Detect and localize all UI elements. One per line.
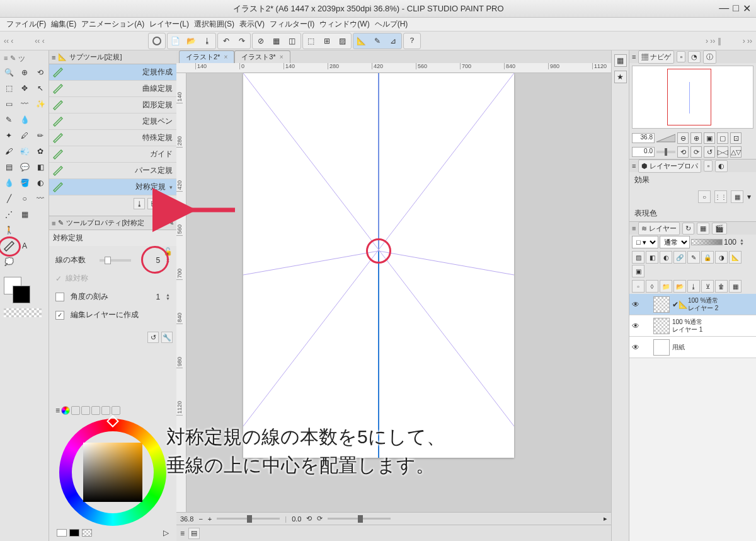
subtool-item[interactable]: 特殊定規 (49, 130, 176, 146)
document-tab-1[interactable]: イラスト2* × (179, 50, 234, 63)
subview-tab[interactable]: ▫ (677, 51, 685, 62)
menu-animation[interactable]: アニメーション(A) (81, 19, 144, 30)
menu-file[interactable]: ファイル(F) (6, 19, 46, 30)
tone-effect-icon[interactable]: ⋮⋮ (714, 190, 727, 203)
panel-menu-icon[interactable]: ≡ (632, 224, 636, 232)
menu-layer[interactable]: レイヤー(L) (149, 19, 189, 30)
canvas-page[interactable] (243, 73, 514, 458)
nav-zoom-slider[interactable] (656, 133, 675, 143)
nav-flip-h-icon[interactable]: ▷◁ (717, 146, 728, 158)
info-tab[interactable]: ◔ (688, 51, 701, 63)
menu-view[interactable]: 表示(V) (239, 19, 265, 30)
snap-ruler-icon[interactable]: 📐 (354, 34, 369, 48)
object-tool[interactable]: ⬚ (1, 81, 16, 96)
nav-zoom-out-icon[interactable]: ⊖ (677, 132, 689, 144)
ruler-visible-icon[interactable]: 📐 (729, 251, 742, 264)
rotation-slider[interactable] (328, 518, 391, 520)
subtool-import-button[interactable]: ⭳ (134, 198, 145, 209)
zoom-out-icon[interactable]: − (198, 515, 202, 523)
navigator-tab[interactable]: ▦ ナビゲ (638, 50, 674, 64)
subtool-item[interactable]: ガイド (49, 146, 176, 163)
balloon-tool[interactable]: 💬 (17, 160, 32, 175)
panel-menu-icon[interactable]: ≡ (632, 162, 636, 170)
subtool-item[interactable]: 対称定規 ▾ (49, 179, 176, 195)
layer-visibility-icon[interactable]: 👁 (629, 300, 642, 309)
panel-menu-icon[interactable]: ≡ (632, 53, 636, 61)
save-icon[interactable]: ⭳ (200, 34, 215, 48)
add-folder-icon[interactable]: 📂 (673, 280, 686, 293)
eraser-tool[interactable]: ◧ (33, 160, 48, 175)
pencil-tool[interactable]: ✏ (33, 128, 48, 143)
light-table-tool[interactable]: ✦ (1, 128, 16, 143)
menu-select[interactable]: 選択範囲(S) (194, 19, 234, 30)
transfer-down-icon[interactable]: ⭳ (687, 280, 700, 293)
correct-line-tool[interactable]: 〰 (33, 191, 48, 206)
layer-property-tab[interactable]: ⬢ レイヤープロパ (638, 160, 701, 173)
draft-icon[interactable]: ✎ (687, 251, 700, 264)
lock-icon[interactable]: 🔒 (701, 251, 714, 264)
lock-trans-icon[interactable]: ▨ (632, 251, 644, 264)
airbrush-tool[interactable]: 💨 (17, 144, 32, 159)
subtool-item[interactable]: 曲線定規 (49, 81, 176, 97)
minimize-button[interactable]: — (719, 3, 729, 15)
play-icon[interactable]: ▷ (163, 528, 169, 537)
decoration-tool[interactable]: ✿ (33, 144, 48, 159)
clipstudio-icon[interactable] (149, 34, 164, 48)
layer-name-label[interactable]: 用紙 (672, 344, 756, 351)
angle-step-checkbox[interactable] (55, 293, 64, 301)
brush-tool[interactable]: 🖌 (1, 144, 16, 159)
border-effect-icon[interactable]: ○ (698, 190, 711, 203)
select-pen-tool[interactable]: ✎ (1, 112, 16, 127)
area-toggle-icon[interactable]: ▦ (729, 280, 742, 293)
nav-flip-v-icon[interactable]: △▽ (730, 146, 742, 158)
close-tab-icon[interactable]: × (280, 54, 284, 61)
new-file-icon[interactable]: 📄 (168, 34, 183, 48)
zoom-tool[interactable]: 🔍 (1, 65, 16, 80)
ruler-tool[interactable] (1, 238, 16, 253)
marquee-tool[interactable]: ▭ (1, 96, 16, 112)
auto-action-tab[interactable]: ↻ (682, 223, 694, 235)
animation-cel-tab[interactable]: ▦ (697, 223, 709, 235)
menu-window[interactable]: ウィンドウ(W) (319, 19, 369, 30)
zoom-slider[interactable] (217, 518, 280, 520)
pen-tool[interactable]: 🖊 (17, 128, 32, 143)
intermediate-tab[interactable] (91, 406, 100, 415)
reference-icon[interactable]: 🔗 (673, 251, 686, 264)
close-tab-icon[interactable]: × (224, 54, 227, 61)
chevron-right-icon[interactable]: ▸ (604, 515, 607, 523)
layer-tab[interactable]: ≋ レイヤー (638, 222, 680, 235)
history-tab[interactable] (112, 406, 120, 415)
transform-icon[interactable]: ◫ (285, 34, 300, 48)
blend-tool[interactable]: 💧 (1, 175, 16, 190)
merge-down-icon[interactable]: ⊻ (701, 280, 714, 293)
blend-mode-select[interactable]: 通常 (660, 236, 690, 248)
clip-mask-icon[interactable]: ◧ (646, 251, 658, 264)
panel-menu-icon[interactable]: ≡ (52, 54, 55, 61)
nav-rot-cw-icon[interactable]: ⟳ (690, 146, 702, 158)
subtool-item[interactable]: 定規作成 (49, 64, 176, 81)
nav-100-icon[interactable]: ▣ (704, 132, 715, 144)
enable-mask-icon[interactable]: ◑ (715, 251, 728, 264)
lines-count-value[interactable]: 5 (135, 256, 160, 265)
new-vector-icon[interactable]: ◊ (646, 280, 658, 293)
layer-item[interactable]: 👁 100 %通常レイヤー 1 (629, 315, 756, 337)
color-wheel-tab[interactable] (61, 406, 70, 415)
rotation-value[interactable]: 0.0 (292, 515, 301, 523)
snap-special-icon[interactable]: ✎ (370, 34, 385, 48)
rotate-cw-icon[interactable]: ⟳ (317, 515, 323, 523)
pose-tool[interactable]: 🚶 (1, 223, 16, 238)
layer-name-label[interactable]: 100 %通常レイヤー 2 (688, 297, 756, 312)
angle-step-spinner[interactable]: ▲▼ (166, 293, 170, 301)
favorite-icon[interactable]: ★ (614, 71, 627, 83)
fg-chip[interactable] (57, 529, 67, 537)
tone-tool[interactable]: ▦ (17, 207, 32, 222)
nav-rot-ccw-icon[interactable]: ⟲ (677, 146, 689, 158)
wrench-button[interactable]: 🔧 (161, 332, 173, 343)
layer-color-change-icon[interactable]: ▣ (632, 265, 644, 277)
wand-tool[interactable]: ✨ (33, 96, 48, 112)
color-slider-tab[interactable] (71, 406, 80, 415)
lines-count-slider[interactable] (100, 259, 131, 262)
palette-color-select[interactable]: □ ▾ (632, 236, 658, 248)
clear-icon[interactable]: ⊘ (253, 34, 268, 48)
timeline-icon[interactable]: ▤ (188, 528, 200, 539)
